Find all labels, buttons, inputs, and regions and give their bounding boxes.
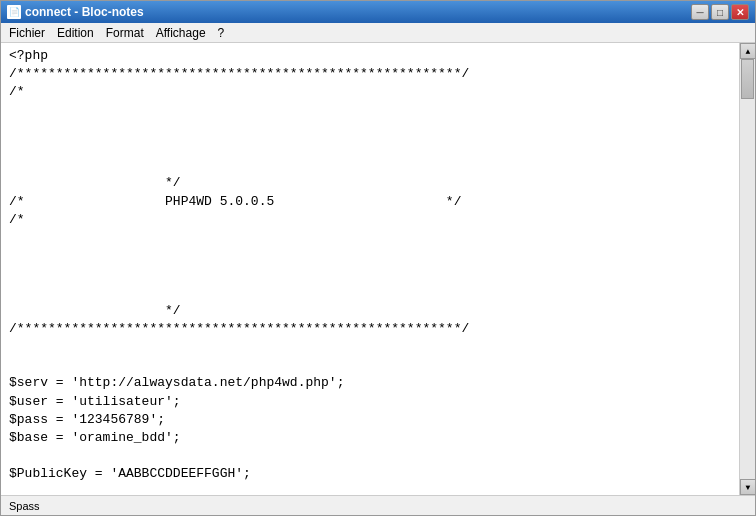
title-buttons: ─ □ ✕	[691, 4, 749, 20]
menu-help[interactable]: ?	[212, 24, 231, 42]
minimize-button[interactable]: ─	[691, 4, 709, 20]
scroll-up-arrow[interactable]: ▲	[740, 43, 755, 59]
text-editor[interactable]	[1, 43, 739, 495]
status-bar: Spass	[1, 495, 755, 515]
close-button[interactable]: ✕	[731, 4, 749, 20]
app-icon: 📄	[7, 5, 21, 19]
scrollbar-track[interactable]	[740, 59, 755, 479]
title-bar-left: 📄 connect - Bloc-notes	[7, 5, 144, 19]
menu-fichier[interactable]: Fichier	[3, 24, 51, 42]
menu-format[interactable]: Format	[100, 24, 150, 42]
scroll-down-arrow[interactable]: ▼	[740, 479, 755, 495]
editor-area: ▲ ▼	[1, 43, 755, 495]
menu-edition[interactable]: Edition	[51, 24, 100, 42]
window: 📄 connect - Bloc-notes ─ □ ✕ Fichier Edi…	[0, 0, 756, 516]
window-title: connect - Bloc-notes	[25, 5, 144, 19]
title-bar: 📄 connect - Bloc-notes ─ □ ✕	[1, 1, 755, 23]
scrollbar-thumb[interactable]	[741, 59, 754, 99]
maximize-button[interactable]: □	[711, 4, 729, 20]
status-text: Spass	[9, 500, 40, 512]
menu-affichage[interactable]: Affichage	[150, 24, 212, 42]
scrollbar-vertical: ▲ ▼	[739, 43, 755, 495]
menu-bar: Fichier Edition Format Affichage ?	[1, 23, 755, 43]
